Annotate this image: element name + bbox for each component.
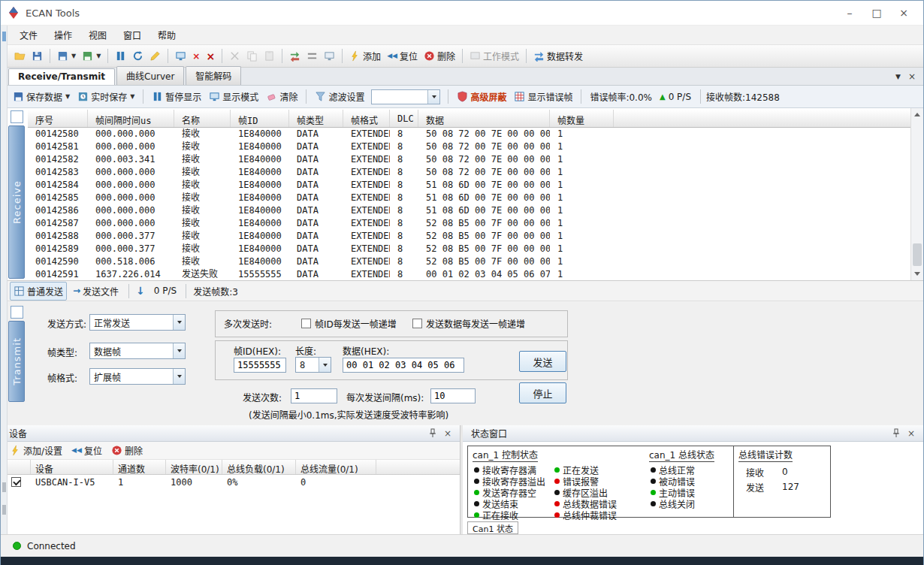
device-delete-button[interactable]: 删除 — [108, 442, 146, 459]
work-mode-button[interactable]: 工作模式 — [467, 47, 522, 65]
monitor-button[interactable] — [321, 48, 338, 64]
column-header[interactable]: 波特率(0/1) — [166, 460, 222, 474]
open-file-button[interactable] — [11, 48, 29, 64]
table-row[interactable]: 00142591 1637.226.014 发送失败 15555555 DATA… — [28, 268, 910, 280]
panel-corner-box[interactable] — [11, 110, 23, 123]
table-row[interactable]: 00142590 000.518.006 接收 1E840000 DATA EX… — [28, 255, 910, 268]
interval-input[interactable] — [430, 388, 476, 403]
compare-button[interactable] — [303, 48, 321, 64]
column-header[interactable]: 设备 — [31, 460, 113, 474]
start-device-button[interactable] — [172, 48, 189, 64]
table-row[interactable]: 00142583 000.000.000 接收 1E840000 DATA EX… — [28, 166, 910, 179]
close-button[interactable]: × — [890, 2, 917, 23]
table-row[interactable]: 00142587 000.000.000 接收 1E840000 DATA EX… — [28, 217, 910, 230]
pin-icon[interactable] — [889, 428, 904, 438]
filter-combo[interactable] — [371, 89, 440, 104]
filter-settings-button[interactable]: 滤波设置 — [312, 88, 367, 105]
add-device-button[interactable]: 添加 — [346, 47, 384, 65]
advanced-mask-button[interactable]: 高级屏蔽 — [454, 88, 509, 105]
transmit-side-tab[interactable]: Transmit — [8, 321, 25, 402]
tab-close-icon[interactable]: × — [908, 71, 916, 82]
pause-display-button[interactable]: 暂停显示 — [149, 88, 204, 105]
vertical-scrollbar[interactable] — [910, 108, 923, 280]
clear-button[interactable]: 清除 — [263, 88, 300, 105]
length-select[interactable]: 8 — [295, 357, 331, 373]
pin-icon[interactable] — [425, 428, 440, 438]
data-forward-button[interactable]: 数据转发 — [530, 47, 586, 65]
scroll-up-button[interactable] — [911, 108, 923, 121]
maximize-button[interactable]: □ — [863, 2, 890, 23]
send-mode-select[interactable]: 正常发送 — [89, 314, 186, 331]
menu-item[interactable]: 操作 — [46, 26, 80, 44]
save-data-button[interactable]: 保存数据▼ — [10, 88, 73, 105]
tab-smart-decode[interactable]: 智能解码 — [186, 66, 241, 85]
column-header[interactable]: 帧数量 — [550, 110, 614, 127]
column-header[interactable]: 帧类型 — [289, 110, 343, 127]
tab-list-dropdown-icon[interactable]: ▼ — [895, 73, 901, 80]
tab-curve[interactable]: 曲线Curver — [116, 66, 184, 85]
column-header[interactable]: 序号 — [28, 110, 88, 127]
show-error-frames-button[interactable]: 显示错误帧 — [511, 88, 575, 105]
arrow-down-icon[interactable]: ↓ — [136, 286, 145, 296]
add-settings-button[interactable]: 添加/设置 — [7, 442, 65, 459]
device-reset-button[interactable]: ◀◀复位 — [68, 442, 105, 459]
receive-side-tab[interactable]: Receive — [8, 125, 25, 279]
scroll-down-button[interactable] — [911, 267, 923, 280]
column-header[interactable]: 总线负载(0/1) — [222, 460, 296, 474]
table-row[interactable]: 00142584 000.000.000 接收 1E840000 DATA EX… — [28, 179, 910, 192]
table-row[interactable]: 00142582 000.003.341 接收 1E840000 DATA EX… — [28, 153, 910, 166]
pause-button[interactable] — [112, 48, 129, 64]
device-enabled-checkbox[interactable] — [11, 477, 21, 487]
table-row[interactable]: 00142586 000.000.000 接收 1E840000 DATA EX… — [28, 204, 910, 217]
menu-item[interactable]: 窗口 — [115, 26, 149, 44]
menu-item[interactable]: 视图 — [80, 26, 115, 44]
column-header[interactable]: 帧格式 — [343, 110, 390, 127]
save-data-dropdown-button[interactable]: ▼ — [54, 48, 79, 64]
inc-data-checkbox[interactable] — [412, 319, 422, 328]
column-header[interactable]: 通道数 — [113, 460, 166, 474]
column-header[interactable]: 帧间隔时间us — [88, 110, 174, 127]
menu-item[interactable]: 文件 — [11, 26, 46, 44]
column-header[interactable]: 数据 — [418, 110, 550, 127]
frame-format-select[interactable]: 扩展帧 — [89, 368, 186, 385]
minimize-button[interactable]: – — [836, 2, 863, 23]
send-file-button[interactable]: →发送文件 — [70, 282, 122, 300]
table-row[interactable]: 00142585 000.000.000 接收 1E840000 DATA EX… — [28, 192, 910, 204]
display-mode-button[interactable]: 显示模式 — [206, 88, 261, 105]
swap-arrows-button[interactable] — [286, 48, 303, 64]
close-panel-icon[interactable]: × — [440, 428, 455, 439]
table-row[interactable]: 00142581 000.000.000 接收 1E840000 DATA EX… — [28, 140, 910, 153]
close-panel-icon[interactable]: × — [904, 428, 919, 439]
table-row[interactable]: 00142589 000.000.377 接收 1E840000 DATA EX… — [28, 243, 910, 255]
panel-corner-box[interactable] — [11, 306, 23, 319]
scrollbar-thumb[interactable] — [913, 243, 922, 266]
column-header[interactable]: 名称 — [174, 110, 231, 127]
frame-id-input[interactable] — [234, 358, 286, 373]
data-input[interactable] — [343, 358, 464, 373]
device-row[interactable]: USBCAN-I-V5 1 1000 0% 0 — [1, 475, 460, 489]
edit-button[interactable] — [146, 48, 164, 64]
cut-button[interactable] — [226, 48, 243, 64]
realtime-save-button[interactable]: 实时保存▼ — [74, 88, 137, 105]
menu-item[interactable]: 帮助 — [149, 26, 184, 44]
save-button[interactable] — [29, 48, 46, 64]
table-row[interactable]: 00142588 000.000.377 接收 1E840000 DATA EX… — [28, 230, 910, 243]
stop-device-button[interactable]: × — [189, 50, 203, 63]
tab-receive-transmit[interactable]: Receive/Transmit — [8, 68, 115, 85]
can1-status-tab[interactable]: Can1 状态 — [467, 521, 518, 534]
export-dropdown-button[interactable]: ▼ — [79, 48, 104, 64]
send-times-input[interactable] — [291, 388, 337, 403]
frame-type-select[interactable]: 数据帧 — [89, 343, 186, 359]
column-header[interactable]: DLC — [390, 110, 418, 127]
stop-button[interactable]: 停止 — [519, 382, 566, 403]
column-header[interactable]: 总线流量(0/1) — [296, 460, 376, 474]
delete-device-button[interactable]: 删除 — [421, 47, 458, 65]
copy-button[interactable] — [243, 48, 261, 64]
combo-arrow-icon[interactable] — [427, 90, 439, 104]
close-device-button[interactable]: × — [203, 49, 218, 64]
table-row[interactable]: 00142580 000.000.000 接收 1E840000 DATA EX… — [28, 128, 910, 140]
column-header[interactable]: 帧ID — [231, 110, 289, 127]
inc-id-checkbox[interactable] — [301, 319, 311, 328]
send-button[interactable]: 发送 — [519, 351, 566, 372]
refresh-button[interactable] — [129, 48, 146, 64]
